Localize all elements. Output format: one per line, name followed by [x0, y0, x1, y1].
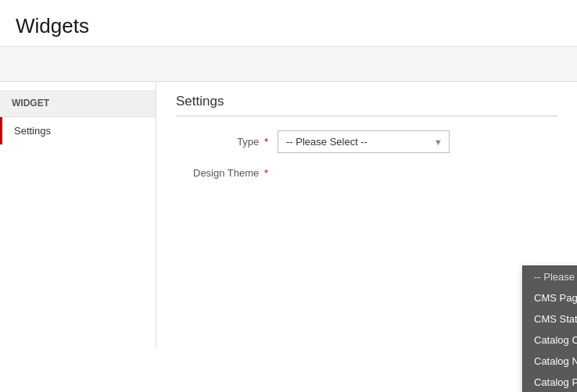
type-dropdown: -- Please Select --CMS Page LinkCMS Stat…	[522, 265, 577, 392]
page-header: Widgets	[0, 0, 577, 47]
settings-section-title: Settings	[176, 94, 557, 116]
sidebar-item-settings[interactable]: Settings	[0, 117, 156, 144]
type-select-wrapper: -- Please Select -- ▼	[278, 130, 450, 153]
dropdown-item-cms_static_block[interactable]: CMS Static Block	[523, 308, 577, 330]
design-theme-label: Design Theme *	[176, 167, 278, 179]
dropdown-item-please_select[interactable]: -- Please Select --	[523, 266, 577, 287]
dropdown-item-catalog_category_link[interactable]: Catalog Category Link	[523, 330, 577, 351]
top-bar	[0, 47, 577, 82]
type-label: Type *	[176, 136, 278, 148]
page-title: Widgets	[16, 14, 561, 38]
dropdown-item-catalog_product_link[interactable]: Catalog Product Link	[523, 372, 577, 392]
chevron-down-icon: ▼	[434, 137, 443, 147]
sidebar-section-title: WIDGET	[0, 90, 156, 117]
design-theme-required-star: *	[264, 167, 268, 179]
type-select-value: -- Please Select --	[286, 136, 367, 148]
sidebar: WIDGET Settings	[0, 82, 156, 347]
type-select[interactable]: -- Please Select -- ▼	[278, 130, 450, 153]
main-content: Settings Type * -- Please Select -- ▼ De…	[156, 82, 577, 347]
type-form-row: Type * -- Please Select -- ▼	[176, 130, 557, 153]
sidebar-item-label: Settings	[14, 125, 51, 137]
type-required-star: *	[264, 136, 268, 148]
dropdown-item-catalog_new_products_list[interactable]: Catalog New Products List	[523, 351, 577, 372]
content-area: WIDGET Settings Settings Type * -- Pleas…	[0, 82, 577, 347]
design-theme-form-row: Design Theme *	[176, 167, 557, 179]
dropdown-item-cms_page_link[interactable]: CMS Page Link	[523, 287, 577, 308]
